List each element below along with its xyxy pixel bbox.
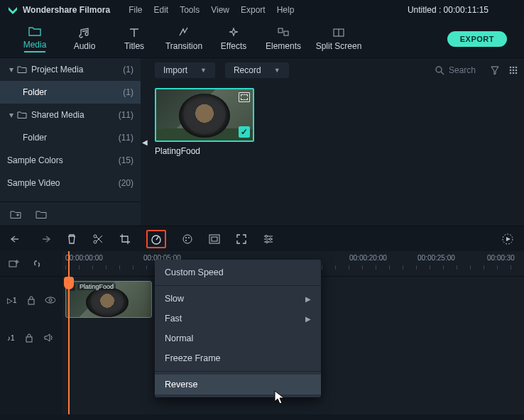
menu-normal[interactable]: Normal <box>155 328 321 348</box>
main-tabs: Media Audio Titles Transition Effects El… <box>0 20 524 58</box>
ruler-tick: 00:00:25:00 <box>417 254 455 262</box>
sidebar-item-sample-colors[interactable]: Sample Colors (15) <box>0 149 141 172</box>
chevron-down-icon: ▼ <box>200 67 207 74</box>
tab-media[interactable]: Media <box>10 20 60 58</box>
video-track-header[interactable]: ▷1 <box>0 277 62 324</box>
folder-icon[interactable] <box>36 209 47 219</box>
svg-rect-33 <box>26 337 32 342</box>
tab-media-label: Media <box>23 40 47 50</box>
undo-button[interactable] <box>10 234 23 244</box>
chevron-down-icon: ▾ <box>7 110 16 120</box>
menu-help[interactable]: Help <box>277 5 295 15</box>
timeline-clip[interactable]: PlatingFood <box>65 281 152 318</box>
svg-rect-30 <box>28 299 34 304</box>
lock-icon[interactable] <box>25 333 33 343</box>
grid-view-icon[interactable] <box>508 65 518 75</box>
transition-icon <box>178 27 190 38</box>
speed-context-menu: Custom Speed Slow▶ Fast▶ Normal Freeze F… <box>155 260 321 397</box>
content-toolbar: Import ▼ Record ▼ Search <box>149 58 524 82</box>
tab-transition-label: Transition <box>165 41 202 51</box>
tab-transition[interactable]: Transition <box>159 20 209 58</box>
settings-sliders-button[interactable] <box>263 234 274 244</box>
menu-freeze-frame[interactable]: Freeze Frame <box>155 348 321 368</box>
menu-export[interactable]: Export <box>241 5 266 15</box>
menu-reverse[interactable]: Reverse <box>155 375 321 394</box>
delete-button[interactable] <box>67 233 77 245</box>
sidebar-count: (11) <box>119 110 133 120</box>
ruler-tick: 00:00:20:00 <box>349 254 387 262</box>
timeline-toolbar <box>0 226 524 251</box>
speed-button[interactable] <box>146 230 166 248</box>
music-icon <box>78 27 91 38</box>
svg-point-20 <box>188 237 190 238</box>
green-screen-button[interactable] <box>209 234 220 244</box>
sparkle-icon <box>227 27 240 38</box>
eye-icon[interactable] <box>45 296 55 304</box>
sidebar-item-folder-2[interactable]: Folder (11) <box>0 126 141 149</box>
tab-splitscreen[interactable]: Split Screen <box>308 20 369 58</box>
playhead[interactable] <box>68 251 70 414</box>
sidebar-label: Folder <box>23 133 47 143</box>
search-placeholder: Search <box>449 65 476 75</box>
timeline-track-headers: ▷1 ♪1 <box>0 251 62 414</box>
elements-icon <box>277 27 290 38</box>
render-button[interactable] <box>501 233 514 245</box>
sidebar-actions <box>0 201 141 226</box>
chevron-down-icon: ▼ <box>274 67 280 74</box>
tab-effects[interactable]: Effects <box>209 20 258 58</box>
export-button[interactable]: EXPORT <box>447 31 507 47</box>
svg-line-5 <box>441 72 444 74</box>
sidebar-collapse[interactable]: ◀ <box>141 58 149 226</box>
import-dropdown[interactable]: Import ▼ <box>155 62 215 78</box>
track-label: ▷1 <box>7 297 17 304</box>
menu-label: Slow <box>165 294 184 304</box>
ruler-tick: 00:00:30 <box>487 254 515 262</box>
media-clip[interactable]: ✓ PlatingFood <box>155 88 254 156</box>
ruler-tick: 00:00:00:00 <box>65 254 103 262</box>
svg-point-8 <box>515 67 518 69</box>
audio-track-header[interactable]: ♪1 <box>0 324 62 352</box>
workspace: ▾ Project Media (1) Folder (1) ▾ Shared … <box>0 58 524 226</box>
tab-titles[interactable]: Titles <box>109 20 159 58</box>
menu-tools[interactable]: Tools <box>180 5 200 15</box>
playhead-handle[interactable] <box>64 277 74 289</box>
import-label: Import <box>163 65 187 75</box>
search-input[interactable]: Search <box>435 65 476 75</box>
sidebar-item-folder-1[interactable]: Folder (1) <box>0 81 141 104</box>
sidebar-label: Folder <box>23 87 47 97</box>
lock-icon[interactable] <box>27 295 35 305</box>
sidebar-label: Sample Colors <box>7 155 63 165</box>
sidebar-item-sample-video[interactable]: Sample Video (20) <box>0 172 141 194</box>
menu-fast[interactable]: Fast▶ <box>155 309 321 328</box>
menu-slow[interactable]: Slow▶ <box>155 289 321 309</box>
folder-icon <box>17 111 27 119</box>
menu-view[interactable]: View <box>211 5 229 15</box>
tab-elements[interactable]: Elements <box>258 20 308 58</box>
chevron-right-icon: ▶ <box>305 315 311 323</box>
crop-button[interactable] <box>119 233 131 245</box>
clip-thumbnail[interactable]: ✓ <box>155 88 254 142</box>
svg-point-4 <box>436 67 442 72</box>
color-button[interactable] <box>182 233 193 245</box>
menu-file[interactable]: File <box>129 5 142 15</box>
record-dropdown[interactable]: Record ▼ <box>225 62 289 78</box>
speaker-icon[interactable] <box>43 333 53 343</box>
svg-point-6 <box>510 67 512 69</box>
menu-custom-speed[interactable]: Custom Speed <box>155 262 321 282</box>
sidebar-item-project-media[interactable]: ▾ Project Media (1) <box>0 58 141 81</box>
new-folder-icon[interactable] <box>10 209 21 219</box>
folder-icon <box>17 65 27 74</box>
fullscreen-button[interactable] <box>236 233 247 245</box>
svg-point-32 <box>49 299 52 302</box>
link-icon[interactable] <box>31 258 43 270</box>
sidebar-item-shared-media[interactable]: ▾ Shared Media (11) <box>0 104 141 126</box>
tab-audio[interactable]: Audio <box>60 20 109 58</box>
cursor-icon <box>274 390 287 406</box>
add-track-icon[interactable] <box>9 259 20 269</box>
split-button[interactable] <box>92 233 104 245</box>
redo-button[interactable] <box>38 234 51 244</box>
menu-edit[interactable]: Edit <box>153 5 168 15</box>
filter-icon[interactable] <box>490 65 500 75</box>
clip-grid: ✓ PlatingFood <box>149 82 524 226</box>
clip-type-icon <box>239 92 250 102</box>
